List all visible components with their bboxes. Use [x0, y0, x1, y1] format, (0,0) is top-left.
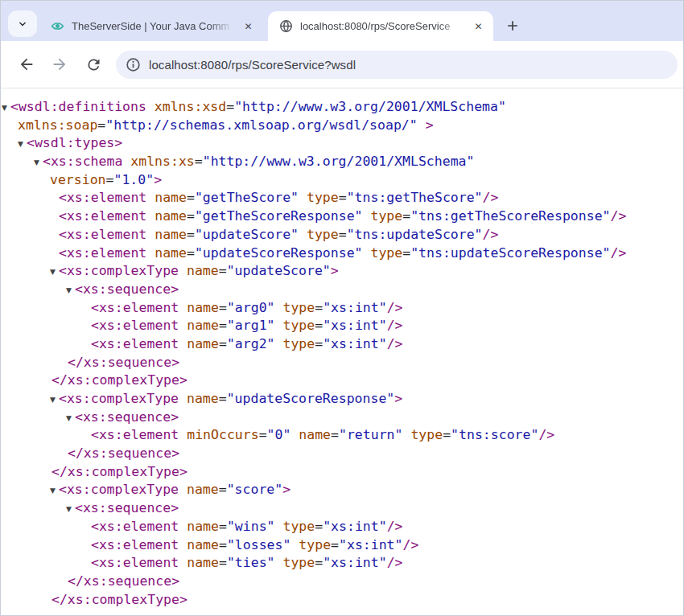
- xml-token: type: [282, 318, 315, 333]
- xml-token: =: [195, 154, 203, 169]
- xml-token: =: [187, 227, 195, 242]
- xml-line: ▼<xs:complexType name="updateScore">: [1, 262, 683, 281]
- collapse-arrow-icon[interactable]: ▼: [34, 158, 42, 166]
- browser-toolbar: localhost:8080/rps/ScoreService?wsdl: [1, 41, 683, 88]
- xml-token: [418, 117, 426, 133]
- xml-token: xmlns:xs: [130, 154, 194, 169]
- tab-scoreservice-active[interactable]: localhost:8080/rps/ScoreService ✕: [268, 11, 493, 41]
- xml-token: [275, 336, 283, 351]
- xml-token: =: [187, 208, 195, 224]
- xml-token: >: [154, 172, 162, 187]
- xml-line: ▼<xs:schema xmlns:xs="http://www.w3.org/…: [1, 153, 683, 171]
- xml-token: "xs:int": [339, 537, 402, 552]
- tab-search-button[interactable]: [8, 10, 37, 37]
- new-tab-button[interactable]: [501, 14, 524, 37]
- xml-token: </xs:complexType>: [52, 372, 187, 388]
- xml-token: "tns:getTheScoreResponse": [410, 208, 610, 224]
- xml-token: =: [219, 263, 227, 278]
- xml-line: <xs:element name="updateScoreResponse" t…: [1, 244, 683, 263]
- xml-token: type: [282, 519, 315, 534]
- xml-token: </xs:sequence>: [68, 573, 179, 589]
- xml-token: "1.0": [113, 172, 154, 187]
- xml-token: "score": [227, 482, 283, 497]
- xml-line: <xs:element name="arg1" type="xs:int"/>: [1, 317, 683, 335]
- collapse-arrow-icon[interactable]: ▼: [18, 140, 26, 148]
- xml-token: [290, 537, 299, 552]
- xml-token: <xs:element: [91, 537, 187, 552]
- collapse-arrow-icon[interactable]: ▼: [50, 487, 58, 495]
- xml-token: "wins": [227, 519, 275, 534]
- xml-token: =: [315, 336, 323, 351]
- xml-token: [402, 427, 410, 442]
- xml-token: <xs:complexType: [59, 391, 187, 406]
- url-text[interactable]: localhost:8080/rps/ScoreService?wsdl: [149, 58, 356, 72]
- xml-token: "arg1": [227, 318, 275, 333]
- xml-line: </xs:complexType>: [1, 463, 683, 482]
- xml-token: minOccurs: [187, 427, 258, 442]
- tab-theserverside[interactable]: TheServerSide | Your Java Comm ✕: [39, 11, 263, 41]
- xml-line: </xs:sequence>: [1, 573, 683, 591]
- xml-token: />: [387, 318, 403, 333]
- xml-token: type: [282, 555, 315, 570]
- xml-token: =: [331, 427, 339, 442]
- xml-token: =: [339, 190, 347, 205]
- reload-button[interactable]: [81, 52, 105, 76]
- xml-token: name: [187, 537, 219, 552]
- close-icon[interactable]: ✕: [472, 19, 485, 33]
- collapse-arrow-icon[interactable]: ▼: [2, 104, 10, 112]
- xml-token: "tns:getTheScore": [347, 190, 483, 205]
- xml-token: =: [339, 227, 347, 242]
- xml-token: <xs:element: [91, 519, 187, 534]
- xml-token: "http://www.w3.org/2001/XMLSchema": [234, 99, 506, 114]
- collapse-arrow-icon[interactable]: ▼: [66, 286, 74, 294]
- address-bar[interactable]: localhost:8080/rps/ScoreService?wsdl: [116, 51, 678, 79]
- collapse-arrow-icon[interactable]: ▼: [66, 414, 74, 422]
- back-button[interactable]: [14, 52, 39, 76]
- xml-token: <xs:element: [91, 555, 187, 570]
- xml-token: [275, 519, 283, 534]
- xml-token: [275, 318, 283, 333]
- xml-token: =: [315, 300, 323, 315]
- xml-line: ▼<xs:complexType name="score">: [1, 481, 683, 499]
- xml-token: "updateScoreResponse": [227, 391, 395, 406]
- xml-token: </xs:sequence>: [68, 446, 179, 461]
- xml-token: />: [483, 190, 499, 205]
- xml-token: name: [187, 555, 219, 570]
- xml-token: >: [426, 117, 434, 133]
- xml-token: name: [187, 263, 219, 278]
- tab-strip: TheServerSide | Your Java Comm ✕ localho…: [1, 1, 683, 41]
- xml-token: name: [187, 336, 219, 351]
- xml-token: "0": [267, 427, 291, 442]
- collapse-arrow-icon[interactable]: ▼: [66, 505, 74, 513]
- xml-token: =: [402, 245, 410, 261]
- xml-token: =: [219, 300, 227, 315]
- xml-token: </xs:complexType>: [52, 592, 187, 607]
- xml-token: <xs:element: [59, 190, 155, 205]
- xml-token: name: [187, 391, 219, 406]
- xml-token: =: [226, 99, 234, 114]
- reload-icon: [85, 56, 102, 73]
- xml-token: "tns:score": [451, 427, 538, 442]
- forward-button[interactable]: [47, 52, 72, 76]
- xml-token: type: [410, 427, 443, 442]
- xml-token: />: [611, 208, 627, 224]
- xml-token: <xs:element: [91, 427, 187, 442]
- xml-token: "http://www.w3.org/2001/XMLSchema": [203, 154, 475, 169]
- info-icon[interactable]: [126, 57, 141, 72]
- xml-token: />: [611, 245, 627, 261]
- xml-token: =: [106, 172, 114, 187]
- xml-token: "return": [339, 427, 402, 442]
- xml-line: <xs:element name="arg2" type="xs:int"/>: [1, 335, 683, 354]
- close-icon[interactable]: ✕: [241, 19, 255, 33]
- xml-token: =: [315, 555, 323, 570]
- xml-viewer: ▼<wsdl:definitions xmlns:xsd="http://www…: [1, 89, 683, 616]
- chevron-down-icon: [16, 18, 29, 31]
- xml-line: <xs:element name="getTheScore" type="tns…: [1, 189, 683, 207]
- collapse-arrow-icon[interactable]: ▼: [50, 268, 58, 276]
- xml-token: <xs:sequence>: [75, 281, 179, 297]
- xml-token: "getTheScore": [195, 190, 299, 205]
- xml-line: </xs:complexType>: [1, 372, 683, 390]
- xml-token: =: [219, 318, 227, 333]
- browser-window: TheServerSide | Your Java Comm ✕ localho…: [0, 0, 684, 616]
- collapse-arrow-icon[interactable]: ▼: [50, 396, 58, 404]
